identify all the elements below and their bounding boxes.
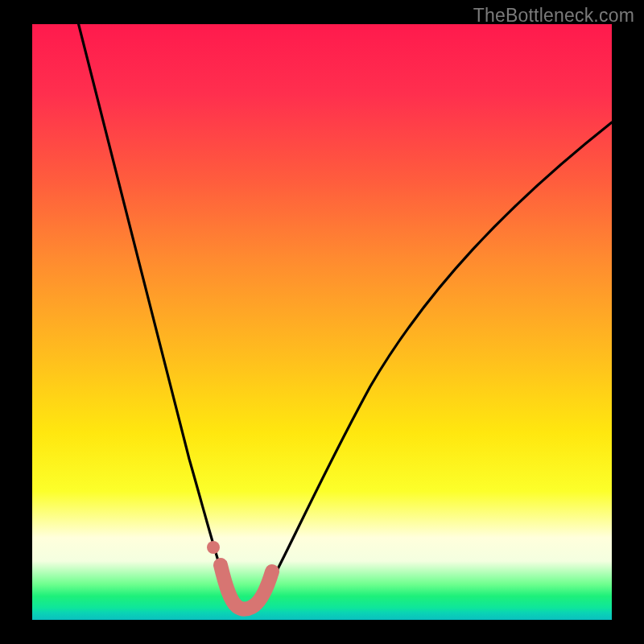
chart-frame: TheBottleneck.com: [0, 0, 644, 644]
bottleneck-curve: [79, 24, 612, 609]
watermark-text: TheBottleneck.com: [473, 5, 634, 27]
highlight-segment: [221, 565, 272, 609]
highlight-dot: [207, 541, 220, 554]
curve-layer: [32, 24, 612, 620]
plot-area: [32, 24, 612, 620]
